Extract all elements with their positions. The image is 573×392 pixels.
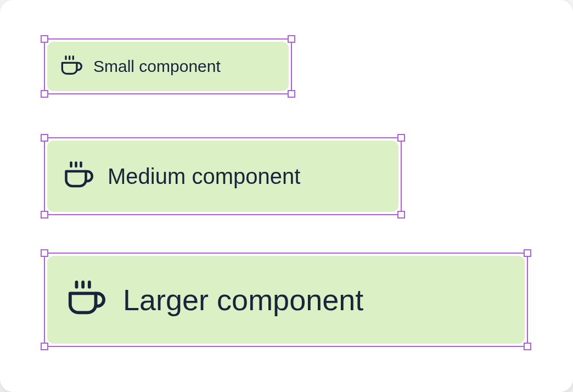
- design-canvas[interactable]: Small component Medium component: [0, 0, 573, 392]
- component-label: Larger component: [123, 283, 363, 317]
- component-large[interactable]: Larger component: [47, 256, 525, 344]
- component-label: Small component: [93, 57, 221, 76]
- resize-handle-top-left[interactable]: [41, 249, 48, 257]
- resize-handle-top-left[interactable]: [41, 35, 48, 43]
- resize-handle-top-left[interactable]: [41, 134, 48, 142]
- coffee-icon: [67, 281, 105, 319]
- component-small[interactable]: Small component: [47, 42, 289, 91]
- resize-handle-bottom-right[interactable]: [288, 90, 295, 98]
- resize-handle-bottom-left[interactable]: [41, 343, 48, 350]
- resize-handle-bottom-left[interactable]: [41, 90, 48, 98]
- coffee-icon: [60, 55, 82, 77]
- resize-handle-top-right[interactable]: [524, 249, 531, 257]
- resize-handle-bottom-right[interactable]: [397, 211, 405, 219]
- component-medium[interactable]: Medium component: [47, 141, 398, 212]
- resize-handle-bottom-right[interactable]: [524, 343, 531, 350]
- component-label: Medium component: [108, 164, 300, 189]
- coffee-icon: [64, 161, 93, 191]
- resize-handle-top-right[interactable]: [288, 35, 295, 43]
- resize-handle-top-right[interactable]: [397, 134, 405, 142]
- component-frame-medium[interactable]: Medium component: [44, 137, 402, 215]
- resize-handle-bottom-left[interactable]: [41, 211, 48, 219]
- component-frame-large[interactable]: Larger component: [44, 253, 528, 347]
- component-frame-small[interactable]: Small component: [44, 38, 292, 94]
